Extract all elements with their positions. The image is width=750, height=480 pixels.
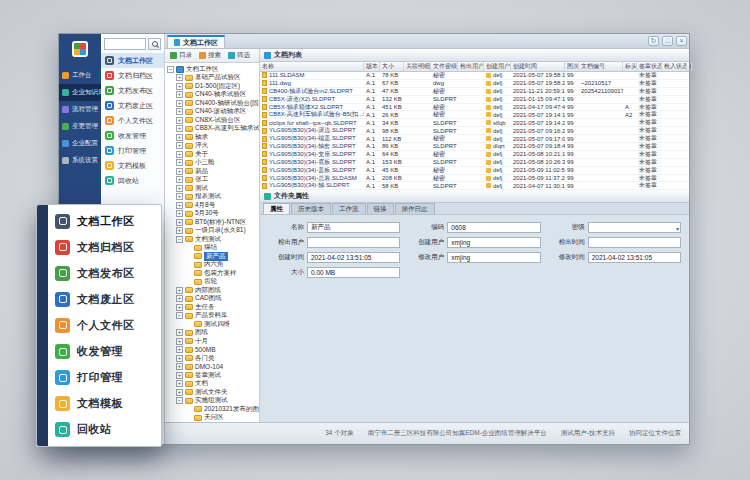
expander-icon[interactable]: + <box>176 380 183 387</box>
column-header[interactable]: 创建用户 <box>484 62 511 71</box>
nav-item-archive[interactable]: 文档归档区 <box>101 68 164 83</box>
nav-item-print[interactable]: 打印管理 <box>101 143 164 158</box>
rail-item-process[interactable]: 流程管理 <box>59 101 101 118</box>
tree-node[interactable]: +BT6(标准)-NTN区 <box>165 218 259 227</box>
expander-icon[interactable]: + <box>176 338 183 345</box>
column-header[interactable]: 签章状态 <box>637 62 662 71</box>
field-input-检出时间[interactable] <box>588 237 681 248</box>
tree-node[interactable]: +各门类 <box>165 354 259 363</box>
field-input-编码[interactable]: 0608 <box>447 222 540 233</box>
column-header[interactable]: 文档编号 <box>579 62 623 71</box>
expander-icon[interactable]: + <box>176 329 183 336</box>
tree-node[interactable]: 煤结 <box>165 244 259 253</box>
tree-node[interactable]: +主任务 <box>165 303 259 312</box>
tree-node[interactable]: +新品 <box>165 167 259 176</box>
tree-node[interactable]: −产品资料库 <box>165 312 259 321</box>
column-header[interactable]: 文件密级 <box>431 62 458 71</box>
expander-icon[interactable]: − <box>176 312 183 319</box>
close-button[interactable]: × <box>676 36 687 46</box>
file-row[interactable]: CB400-轴承试验台m2.SLDPRTA.147 KB秘密dsfj2021-1… <box>260 88 689 96</box>
rail-item-change[interactable]: 变更管理 <box>59 118 101 135</box>
tree-node[interactable]: +D1-500(固定区) <box>165 82 259 91</box>
tree-node[interactable]: 包装方案样 <box>165 269 259 278</box>
tree-node[interactable]: +张工 <box>165 176 259 185</box>
column-header[interactable]: 创建时间 <box>511 62 565 71</box>
file-row[interactable]: 111.SLDASMA.178 KB秘密dsfj2021-05-07 19:58… <box>260 72 689 80</box>
expander-icon[interactable]: + <box>176 159 183 166</box>
tree-node[interactable]: +关于 <box>165 150 259 159</box>
tree-node[interactable]: +CN40-轴承试验区 <box>165 91 259 100</box>
column-header[interactable]: 版本 <box>364 62 380 71</box>
nav-item-doc-workspace[interactable]: 文档工作区 <box>101 53 164 68</box>
tree-node[interactable]: −文档测试 <box>165 235 259 244</box>
field-input-名称[interactable]: 新产品 <box>307 222 400 233</box>
nav-item-template[interactable]: 文档模板 <box>101 158 164 173</box>
expander-icon[interactable]: − <box>176 397 183 404</box>
file-row[interactable]: YLG905(B30)(34)-轴套.SLDPRTA.186 KBSLDPRTd… <box>260 143 689 151</box>
column-header[interactable]: 名称 <box>260 62 364 71</box>
file-row[interactable]: YLG905(B30)(34)-盖板.SLDPRTA.145 KB秘密dsfj2… <box>260 167 689 175</box>
column-header[interactable]: 检入状态 <box>662 62 687 71</box>
properties-tab-active[interactable]: 属性 <box>263 203 290 214</box>
tree-node[interactable]: +5月30号 <box>165 210 259 219</box>
file-row[interactable]: CB8X-高速列车轴承试验台-B5(扣...SLDAA.126 KB秘密dsfj… <box>260 111 689 119</box>
app-logo-icon[interactable] <box>72 41 88 57</box>
expander-icon[interactable]: + <box>176 185 183 192</box>
file-row[interactable]: CB5X-滚道(X2).SLDPRTA.1132 KBSLDPRTdsfj202… <box>260 96 689 104</box>
expander-icon[interactable]: + <box>176 74 183 81</box>
expander-icon[interactable]: + <box>176 151 183 158</box>
expander-icon[interactable]: + <box>176 355 183 362</box>
expander-icon[interactable]: + <box>176 219 183 226</box>
tree-node[interactable]: +CN40-滚动轴承区 <box>165 108 259 117</box>
overlay-item-publish[interactable]: 文档发布区 <box>48 266 161 281</box>
tree-node[interactable]: +测试文件夹 <box>165 388 259 397</box>
column-header[interactable]: 图次 <box>565 62 579 71</box>
overlay-item-personal-files[interactable]: 个人文件区 <box>48 318 161 333</box>
field-input-大小[interactable]: 0.00 MB <box>307 267 400 278</box>
refresh-button[interactable]: ↻ <box>648 36 659 46</box>
tree-node[interactable]: +十月 <box>165 337 259 346</box>
field-input-创建用户[interactable]: xmjing <box>447 237 540 248</box>
column-header[interactable]: 大小 <box>380 62 404 71</box>
overlay-item-recycle[interactable]: 回收站 <box>48 422 161 437</box>
expander-icon[interactable]: + <box>176 210 183 217</box>
expander-icon[interactable]: + <box>176 287 183 294</box>
field-input-创建时间[interactable]: 2021-04-02 13:51:05 <box>307 252 400 263</box>
overlay-item-print[interactable]: 打印管理 <box>48 370 161 385</box>
tree-node[interactable]: 测试四维 <box>165 320 259 329</box>
expander-icon[interactable]: + <box>176 117 183 124</box>
search-button[interactable]: 搜索 <box>196 50 224 61</box>
tree-node[interactable]: +小三舱 <box>165 159 259 168</box>
expander-icon[interactable]: + <box>176 227 183 234</box>
nav-item-personal-files[interactable]: 个人文件区 <box>101 113 164 128</box>
file-row[interactable]: YLG905(B30)(34)-端盖.SLDPRTA.1112 KB秘密dsfj… <box>260 135 689 143</box>
properties-tab-item[interactable]: 历史版本 <box>291 203 331 214</box>
expander-icon[interactable]: + <box>176 176 183 183</box>
tree-node[interactable]: +CN400-轴研试验台(固定) <box>165 99 259 108</box>
tree-node[interactable]: +一级目录(永久81) <box>165 227 259 236</box>
maximize-button[interactable]: □ <box>662 36 673 46</box>
expander-icon[interactable]: − <box>167 66 174 73</box>
tree-node[interactable]: +CB8X-高速列车轴承试验台 <box>165 125 259 134</box>
expander-icon[interactable]: + <box>176 202 183 209</box>
expander-icon[interactable]: + <box>176 125 183 132</box>
tree-node[interactable]: 内六角 <box>165 261 259 270</box>
expander-icon[interactable]: + <box>176 142 183 149</box>
file-row[interactable]: ciclips for shaft--tps--qb.SLDPRTA.134 K… <box>260 119 689 127</box>
properties-tab-item[interactable]: 工作流 <box>332 203 366 214</box>
tree-node[interactable]: +CAD图纸 <box>165 295 259 304</box>
nav-item-recycle[interactable]: 回收站 <box>101 173 164 188</box>
overlay-item-template[interactable]: 文档模板 <box>48 396 161 411</box>
overlay-item-archive[interactable]: 文档归档区 <box>48 240 161 255</box>
expander-icon[interactable]: + <box>176 168 183 175</box>
search-icon[interactable] <box>148 38 161 50</box>
expander-icon[interactable]: + <box>176 346 183 353</box>
tree-node[interactable]: +CN8X-试验台区 <box>165 116 259 125</box>
tree-node[interactable]: 齿轮 <box>165 278 259 287</box>
tab-document-workspace[interactable]: 文档工作区 <box>167 35 225 48</box>
rail-item-workbench[interactable]: 工作台 <box>59 67 101 84</box>
tree-node[interactable]: +测试 <box>165 184 259 193</box>
column-header[interactable]: 备注 <box>687 62 692 71</box>
tree-node[interactable]: +图纸 <box>165 329 259 338</box>
field-input-密级[interactable] <box>588 222 681 233</box>
